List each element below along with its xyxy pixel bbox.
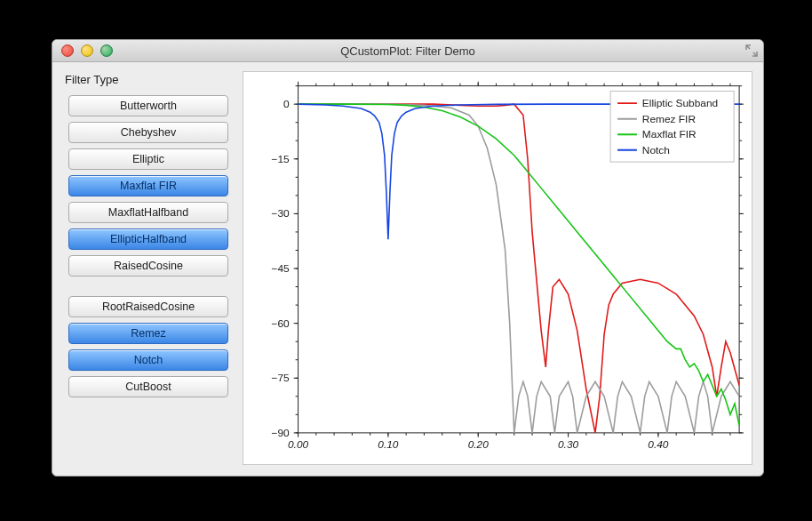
- filter-button-butterworth[interactable]: Butterworth: [68, 95, 228, 116]
- zoom-icon[interactable]: [100, 44, 113, 57]
- svg-text:−90: −90: [271, 427, 290, 439]
- filter-button-elliptic[interactable]: Elliptic: [68, 148, 228, 170]
- svg-text:−30: −30: [271, 207, 290, 220]
- filter-button-maxflat-fir[interactable]: Maxflat FIR: [68, 175, 228, 196]
- titlebar[interactable]: QCustomPlot: Filter Demo: [52, 40, 763, 62]
- svg-text:Notch: Notch: [642, 144, 670, 156]
- svg-text:0.20: 0.20: [468, 439, 490, 452]
- window-title: QCustomPlot: Filter Demo: [52, 44, 763, 58]
- close-icon[interactable]: [61, 44, 74, 57]
- minimize-icon[interactable]: [81, 44, 93, 57]
- sidebar: Filter Type ButterworthChebyshevElliptic…: [63, 71, 234, 465]
- svg-text:−75: −75: [271, 372, 290, 384]
- filter-button-notch[interactable]: Notch: [68, 349, 228, 371]
- filter-button-remez[interactable]: Remez: [68, 323, 228, 344]
- plot-area[interactable]: 0−15−30−45−60−75−900.000.100.200.300.40E…: [243, 71, 752, 465]
- filter-button-chebyshev[interactable]: Chebyshev: [68, 122, 228, 143]
- svg-text:−15: −15: [271, 153, 290, 165]
- svg-text:0.40: 0.40: [648, 439, 669, 452]
- svg-text:0.10: 0.10: [378, 439, 399, 452]
- svg-text:Maxflat FIR: Maxflat FIR: [642, 128, 697, 140]
- svg-text:0.30: 0.30: [558, 439, 579, 452]
- svg-text:0: 0: [283, 98, 290, 110]
- svg-text:Remez FIR: Remez FIR: [642, 113, 696, 125]
- svg-text:−45: −45: [271, 262, 290, 275]
- svg-text:Elliptic Subband: Elliptic Subband: [642, 97, 718, 109]
- fullscreen-icon[interactable]: [745, 44, 758, 57]
- filter-button-maxflathalfband[interactable]: MaxflatHalfband: [68, 202, 228, 223]
- filter-type-label: Filter Type: [65, 73, 234, 86]
- filter-button-rootraisedcosine[interactable]: RootRaisedCosine: [68, 296, 228, 317]
- svg-text:0.00: 0.00: [288, 439, 309, 452]
- app-window: QCustomPlot: Filter Demo Filter Type But…: [52, 39, 764, 477]
- filter-button-raisedcosine[interactable]: RaisedCosine: [68, 255, 228, 277]
- svg-text:−60: −60: [271, 317, 290, 330]
- filter-button-elliptichalfband[interactable]: EllipticHalfband: [68, 228, 228, 250]
- filter-button-cutboost[interactable]: CutBoost: [68, 376, 228, 397]
